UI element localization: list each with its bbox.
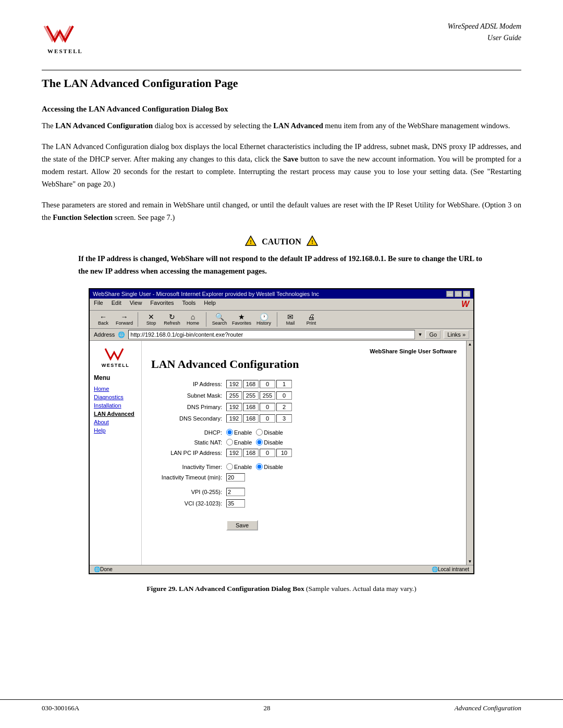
sidebar-item-about[interactable]: About xyxy=(94,419,137,425)
ip-address-inputs xyxy=(224,378,457,390)
page-title: The LAN Advanced Configuration Page xyxy=(42,77,521,90)
vci-row: VCI (32-1023): xyxy=(151,498,457,509)
ip-address-label: IP Address: xyxy=(151,378,224,390)
forward-button[interactable]: → Forward xyxy=(115,313,134,326)
scroll-up-arrow[interactable]: ▲ xyxy=(468,342,472,347)
ip-oct3[interactable] xyxy=(260,380,275,388)
address-dropdown-icon[interactable]: ▼ xyxy=(418,332,423,337)
ip-oct4[interactable] xyxy=(276,380,292,388)
lan-pc-ip-row: LAN PC IP Address: xyxy=(151,447,457,459)
save-button[interactable]: Save xyxy=(226,520,258,530)
inactivity-disable-label: Disable xyxy=(264,464,283,470)
footer-page-number: 28 xyxy=(264,704,271,712)
menu-help[interactable]: Help xyxy=(204,300,216,309)
vci-input xyxy=(224,498,457,509)
inactivity-timeout-label: Inactivity Timeout (min): xyxy=(151,472,224,483)
save-button-cell: Save xyxy=(224,513,457,532)
sidebar-item-lan-advanced[interactable]: LAN Advanced xyxy=(94,411,137,417)
paragraph-2: The LAN Advanced Configuration dialog bo… xyxy=(42,141,521,191)
subnet-oct1[interactable] xyxy=(226,391,242,400)
vpi-field[interactable] xyxy=(226,488,245,496)
svg-text:!: ! xyxy=(311,239,313,245)
back-button[interactable]: ← Back xyxy=(94,313,113,326)
sidebar-item-installation[interactable]: Installation xyxy=(94,402,137,409)
close-button[interactable]: × xyxy=(463,291,470,297)
menu-tools[interactable]: Tools xyxy=(182,300,196,309)
sidebar-item-help[interactable]: Help xyxy=(94,427,137,434)
home-button[interactable]: ⌂ Home xyxy=(183,313,202,326)
staticnat-enable-radio[interactable] xyxy=(226,439,233,446)
menu-edit[interactable]: Edit xyxy=(112,300,121,309)
sidebar-item-diagnostics[interactable]: Diagnostics xyxy=(94,394,137,400)
dhcp-enable-label: Enable xyxy=(234,429,252,436)
page-header: WESTELL WireSpeed ADSL Modem User Guide xyxy=(42,21,521,54)
menu-file[interactable]: File xyxy=(94,300,103,309)
dhcp-row: DHCP: Enable Disable xyxy=(151,427,457,437)
links-button[interactable]: Links » xyxy=(444,330,469,339)
dns1-oct1[interactable] xyxy=(226,403,242,411)
staticnat-disable-radio[interactable] xyxy=(256,439,263,446)
statusbar-zone-text: Local intranet xyxy=(438,566,469,572)
doc-title-line1: WireSpeed ADSL Modem xyxy=(448,21,521,32)
lanpc-oct3[interactable] xyxy=(260,449,275,457)
caution-icon-left: ! xyxy=(245,235,256,249)
browser-content: WESTELL Menu Home Diagnostics Installati… xyxy=(90,341,473,565)
vci-label: VCI (32-1023): xyxy=(151,498,224,509)
dns1-oct3[interactable] xyxy=(260,403,275,411)
lanpc-oct4[interactable] xyxy=(276,449,292,457)
vci-field[interactable] xyxy=(226,499,245,508)
inactivity-timeout-field[interactable] xyxy=(226,473,245,482)
page-footer: 030-300166A 28 Advanced Configuration xyxy=(0,699,563,712)
stop-button[interactable]: ✕ Stop xyxy=(142,313,161,326)
dns2-oct2[interactable] xyxy=(243,414,259,423)
dhcp-enable-radio[interactable] xyxy=(226,429,233,436)
dns1-oct4[interactable] xyxy=(276,403,292,411)
dns2-oct3[interactable] xyxy=(260,414,275,423)
ip-oct2[interactable] xyxy=(243,380,259,388)
subnet-oct3[interactable] xyxy=(260,391,275,400)
search-button[interactable]: 🔍 Search xyxy=(210,313,229,326)
dns2-oct4[interactable] xyxy=(276,414,292,423)
mail-icon: ✉ xyxy=(287,313,293,320)
history-button[interactable]: 🕐 History xyxy=(254,313,273,326)
go-button[interactable]: Go xyxy=(425,330,440,339)
dns2-oct1[interactable] xyxy=(226,414,242,423)
favorites-button[interactable]: ★ Favorites xyxy=(231,313,252,326)
dhcp-disable-radio[interactable] xyxy=(256,429,263,436)
inactivity-enable-radio[interactable] xyxy=(226,463,233,470)
menu-favorites[interactable]: Favorites xyxy=(150,300,174,309)
lanpc-oct1[interactable] xyxy=(226,449,242,457)
dns-secondary-inputs xyxy=(224,413,457,424)
inactivity-timer-label: Inactivity Timer: xyxy=(151,462,224,472)
menu-view[interactable]: View xyxy=(130,300,142,309)
inactivity-disable-radio[interactable] xyxy=(256,463,263,470)
vpi-row: VPI (0-255): xyxy=(151,486,457,498)
subnet-oct4[interactable] xyxy=(276,391,292,400)
home-icon: ⌂ xyxy=(191,313,195,320)
subnet-oct2[interactable] xyxy=(243,391,259,400)
caution-text-label: CAUTION xyxy=(262,237,301,246)
print-button[interactable]: 🖨 Print xyxy=(302,313,321,326)
browser-toolbar: ← Back → Forward ✕ Stop ↻ Refresh ⌂ Home xyxy=(90,311,473,329)
lanpc-oct2[interactable] xyxy=(243,449,259,457)
minimize-button[interactable]: — xyxy=(446,291,454,297)
static-nat-row: Static NAT: Enable Disable xyxy=(151,437,457,447)
dns-primary-row: DNS Primary: xyxy=(151,401,457,413)
address-input[interactable] xyxy=(128,330,414,339)
ie-logo: W xyxy=(461,300,469,309)
address-label: Address xyxy=(94,331,115,338)
mail-button[interactable]: ✉ Mail xyxy=(281,313,300,326)
refresh-button[interactable]: ↻ Refresh xyxy=(163,313,181,326)
browser-scrollbar[interactable]: ▲ ▼ xyxy=(466,341,473,565)
back-icon: ← xyxy=(100,313,107,320)
ip-oct1[interactable] xyxy=(226,380,242,388)
ip-address-row: IP Address: xyxy=(151,378,457,390)
vpi-input xyxy=(224,486,457,498)
forward-label: Forward xyxy=(116,320,133,326)
sidebar-item-home[interactable]: Home xyxy=(94,386,137,392)
dns1-oct2[interactable] xyxy=(243,403,259,411)
statusbar-text: Done xyxy=(100,566,113,572)
scroll-down-arrow[interactable]: ▼ xyxy=(468,559,472,564)
search-label: Search xyxy=(212,320,227,326)
maximize-button[interactable]: □ xyxy=(455,291,462,297)
